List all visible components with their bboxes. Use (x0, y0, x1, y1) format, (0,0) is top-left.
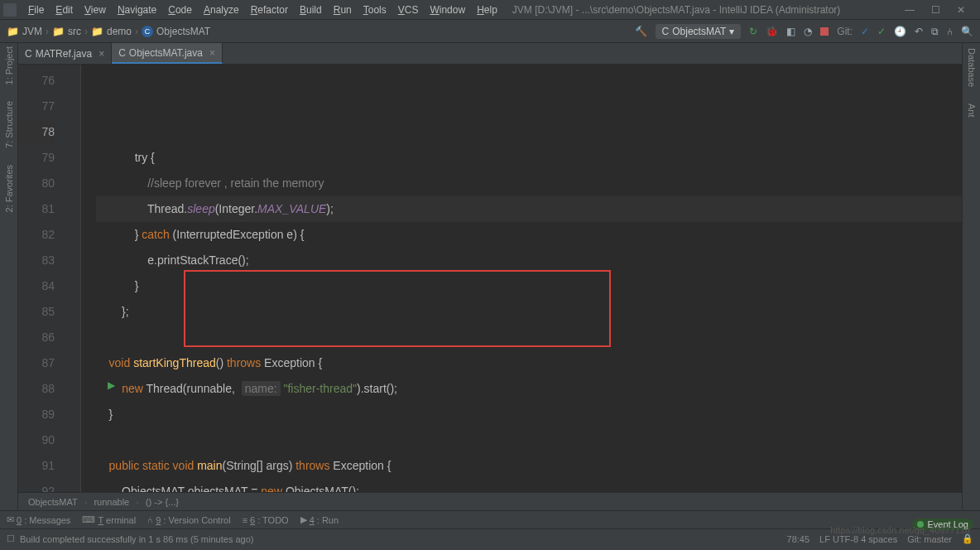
menu-file[interactable]: File (23, 2, 49, 17)
window-controls: — ☐ ✕ (905, 4, 977, 16)
window-title: JVM [D:\JVM] - ...\src\demo\ObjectsMAT.j… (512, 4, 841, 16)
class-icon: C (662, 26, 670, 37)
bottom-tool-0--messages[interactable]: ✉ 0: Messages (7, 514, 70, 525)
toolwindow-7--structure[interactable]: 7: Structure (4, 101, 14, 148)
crumb-src[interactable]: 📁 src › (52, 26, 88, 37)
code-breadcrumb: ObjectsMAT›runnable›() -> {...} (18, 492, 962, 510)
editor-tabs: CMATRef.java×CObjectsMAT.java× (18, 43, 962, 65)
status-icon[interactable]: ☐ (7, 533, 15, 544)
code-line[interactable]: new Thread(runnable, name: "fisher-threa… (96, 376, 962, 402)
menu-window[interactable]: Window (425, 2, 470, 17)
file-encoding[interactable]: LF UTF-8 4 spaces (819, 534, 897, 544)
maximize-button[interactable]: ☐ (931, 4, 940, 16)
run-icon[interactable]: ↻ (749, 26, 757, 37)
code-line[interactable]: } catch (InterruptedException e) { (96, 222, 962, 248)
tab-objectsmat-java[interactable]: CObjectsMAT.java× (112, 43, 223, 64)
branch-icon[interactable]: ⑃ (947, 26, 953, 37)
code-line[interactable]: }; (96, 299, 962, 325)
code-line[interactable] (96, 325, 962, 350)
crumb-jvm[interactable]: 📁 JVM › (7, 26, 49, 37)
menu-analyze[interactable]: Analyze (199, 2, 244, 17)
toolbar-right: 🔨 C ObjectsMAT ▾ ↻ 🐞 ◧ ◔ Git: ✓ ✓ 🕘 ↶ ⧉ … (635, 24, 973, 39)
line-number: 78 (18, 119, 55, 145)
status-message: Build completed successfully in 1 s 86 m… (20, 534, 253, 544)
tab-label: MATRef.java (36, 48, 92, 60)
show-diff-icon[interactable]: ⧉ (931, 26, 939, 37)
git-branch[interactable]: Git: master (907, 534, 952, 544)
menu-help[interactable]: Help (472, 2, 502, 17)
code-line[interactable]: } (96, 273, 962, 299)
tab-matref-java[interactable]: CMATRef.java× (18, 43, 112, 64)
right-toolwindow-bar: DatabaseAnt (962, 43, 980, 510)
run-config-combo[interactable]: C ObjectsMAT ▾ (656, 24, 742, 39)
close-button[interactable]: ✕ (957, 4, 965, 16)
code-line[interactable]: void startKingThread() throws Exception … (96, 350, 962, 376)
editor-wrap: CMATRef.java×CObjectsMAT.java× 767778798… (18, 43, 962, 510)
bottom-tool-6--todo[interactable]: ≡ 6: TODO (243, 515, 289, 525)
class-icon: C (118, 47, 126, 59)
menu-run[interactable]: Run (329, 2, 357, 17)
coverage-icon[interactable]: ◧ (786, 26, 795, 37)
code-editor[interactable]: 7677787980818283848586878889909192 ▶ try… (18, 65, 962, 492)
history-icon[interactable]: 🕘 (894, 26, 906, 37)
stop-icon[interactable] (820, 27, 829, 36)
menu-vcs[interactable]: VCS (393, 2, 424, 17)
close-tab-icon[interactable]: × (98, 48, 104, 60)
line-number: 77 (18, 94, 55, 119)
main-area: 1: Project7: Structure2: Favorites CMATR… (0, 43, 980, 510)
line-number: 82 (18, 222, 55, 248)
revert-icon[interactable]: ↶ (915, 26, 923, 37)
code-crumb[interactable]: runnable (94, 497, 129, 507)
commit-icon[interactable]: ✓ (877, 26, 886, 37)
profile-icon[interactable]: ◔ (804, 26, 812, 37)
toolwindow-ant[interactable]: Ant (967, 104, 977, 118)
line-number: 81 (18, 196, 55, 222)
update-icon[interactable]: ✓ (861, 26, 869, 37)
toolwindow-1--project[interactable]: 1: Project (4, 46, 14, 84)
close-tab-icon[interactable]: × (209, 47, 215, 59)
caret-position[interactable]: 78:45 (787, 534, 810, 544)
menu-tools[interactable]: Tools (358, 2, 392, 17)
code-area[interactable]: try { //sleep forever , retain the memor… (81, 65, 962, 492)
vcs-label: Git: (837, 26, 853, 37)
titlebar: FileEditViewNavigateCodeAnalyzeRefactorB… (0, 0, 980, 20)
code-line[interactable]: //sleep forever , retain the memory (96, 171, 962, 196)
menubar: FileEditViewNavigateCodeAnalyzeRefactorB… (23, 2, 502, 17)
tool-icon: ⌨ (82, 514, 95, 525)
code-line[interactable]: try { (96, 145, 962, 171)
toolwindow-database[interactable]: Database (967, 48, 977, 87)
bottom-tool-4--run[interactable]: ▶ 4: Run (300, 514, 339, 525)
tool-icon: ≡ (243, 515, 247, 525)
menu-code[interactable]: Code (163, 2, 197, 17)
code-line[interactable]: } (96, 402, 962, 427)
menu-edit[interactable]: Edit (50, 2, 78, 17)
code-line[interactable]: public static void main(String[] args) t… (96, 453, 962, 479)
line-number: 89 (18, 402, 55, 427)
code-crumb[interactable]: () -> {...} (146, 497, 179, 507)
code-line[interactable]: ObjectsMAT objectsMAT = new ObjectsMAT()… (96, 479, 962, 492)
tool-icon: ✉ (7, 514, 14, 525)
minimize-button[interactable]: — (905, 4, 915, 16)
code-line[interactable] (96, 427, 962, 453)
line-number: 83 (18, 248, 55, 273)
hammer-icon[interactable]: 🔨 (635, 26, 647, 37)
menu-refactor[interactable]: Refactor (246, 2, 293, 17)
crumb-objectsmat[interactable]: C ObjectsMAT (142, 26, 210, 37)
debug-icon[interactable]: 🐞 (766, 26, 778, 37)
menu-build[interactable]: Build (295, 2, 327, 17)
toolwindow-2--favorites[interactable]: 2: Favorites (4, 165, 14, 212)
line-number: 90 (18, 427, 55, 453)
code-line[interactable]: e.printStackTrace(); (96, 248, 962, 273)
tab-label: ObjectsMAT.java (129, 47, 203, 59)
bottom-tool-terminal[interactable]: ⌨ Terminal (82, 514, 136, 525)
code-crumb[interactable]: ObjectsMAT (28, 497, 78, 507)
crumb-demo[interactable]: 📁 demo › (91, 26, 138, 37)
line-number: 86 (18, 325, 55, 350)
search-icon[interactable]: 🔍 (961, 26, 973, 37)
code-line[interactable]: Thread.sleep(Integer.MAX_VALUE); (96, 196, 962, 222)
breadcrumb-path: 📁 JVM ›📁 src ›📁 demo ›C ObjectsMAT (7, 26, 214, 37)
bottom-tool-9--version-control[interactable]: ⑃ 9: Version Control (147, 515, 230, 525)
fold-gutter[interactable]: ▶ (61, 65, 81, 492)
menu-navigate[interactable]: Navigate (113, 2, 161, 17)
menu-view[interactable]: View (79, 2, 111, 17)
